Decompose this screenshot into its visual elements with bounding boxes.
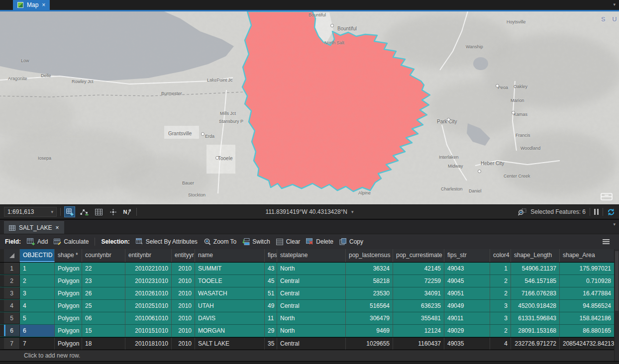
column-header-shape-length[interactable]: shape_Length: [511, 249, 560, 262]
cell-pop-lastcensus[interactable]: 306479: [346, 312, 393, 324]
cell-entitynbr[interactable]: 2010251010: [125, 300, 172, 312]
cell-shape-length[interactable]: 61331.596843: [511, 312, 560, 324]
cell-pop-currestimate[interactable]: 636235: [393, 300, 444, 312]
cell-pop-currestimate[interactable]: 12124: [393, 325, 444, 337]
switch-selection-button[interactable]: Switch: [242, 238, 270, 245]
column-header-countynbr[interactable]: countynbr: [82, 249, 125, 262]
chevron-down-icon[interactable]: ▾: [613, 222, 616, 227]
cell-shape[interactable]: Polygon: [55, 263, 82, 274]
cell-fips-str[interactable]: 49043: [444, 263, 490, 274]
cell-name[interactable]: WASATCH: [195, 287, 265, 299]
cell-color4[interactable]: 1: [490, 263, 511, 274]
cell-entityyr[interactable]: 2010: [172, 263, 195, 274]
row-number[interactable]: 3: [0, 287, 20, 299]
cell-shape[interactable]: Polygon: [55, 287, 82, 299]
cell-fips-str[interactable]: 49049: [444, 300, 490, 312]
table-scrollbar[interactable]: [614, 249, 619, 361]
row-number[interactable]: 1: [0, 263, 20, 274]
select-all-corner[interactable]: [0, 249, 20, 262]
cell-fips-str[interactable]: 49011: [444, 312, 490, 324]
cell-fips-str[interactable]: 49045: [444, 275, 490, 287]
cell-entitynbr[interactable]: 2010261010: [125, 287, 172, 299]
cell-entityyr[interactable]: 2010: [172, 325, 195, 337]
new-row-prompt[interactable]: Click to add new row.: [0, 350, 615, 361]
scrollbar-thumb[interactable]: [615, 251, 619, 311]
cell-pop-lastcensus[interactable]: 23530: [346, 287, 393, 299]
cell-shape[interactable]: Polygon: [55, 338, 82, 350]
column-header-entitynbr[interactable]: entitynbr: [125, 249, 172, 262]
attribute-table-icon[interactable]: [93, 206, 104, 217]
column-header-entityyr[interactable]: entityyr: [172, 249, 195, 262]
snapping-icon[interactable]: [107, 206, 118, 217]
cell-shape-length[interactable]: 232726.971272: [511, 338, 560, 350]
cell-pop-lastcensus[interactable]: 9469: [346, 325, 393, 337]
cell-stateplane[interactable]: North: [277, 263, 346, 274]
cell-entitynbr[interactable]: 2010181010: [125, 338, 172, 350]
row-number[interactable]: 5: [0, 312, 20, 324]
cell-objectid[interactable]: 4: [20, 300, 55, 312]
column-header-stateplane[interactable]: stateplane: [277, 249, 346, 262]
cell-pop-lastcensus[interactable]: 58218: [346, 275, 393, 287]
cell-stateplane[interactable]: Central: [277, 287, 346, 299]
column-header-objectid[interactable]: OBJECTID *: [20, 249, 55, 262]
cell-shape[interactable]: Polygon: [55, 312, 82, 324]
cell-countynbr[interactable]: 26: [82, 287, 125, 299]
close-icon[interactable]: ×: [55, 225, 59, 231]
drawer-icon[interactable]: [600, 191, 613, 201]
delete-selection-button[interactable]: Delete: [306, 238, 333, 245]
cell-shape[interactable]: Polygon: [55, 300, 82, 312]
cell-color4[interactable]: 3: [490, 300, 511, 312]
cell-shape[interactable]: Polygon: [55, 325, 82, 337]
row-number[interactable]: 4: [0, 300, 20, 312]
cell-name[interactable]: MORGAN: [195, 325, 265, 337]
cell-shape-area[interactable]: 16.477884: [560, 287, 615, 299]
chevron-down-icon[interactable]: ▾: [351, 209, 354, 214]
cell-fips[interactable]: 29: [265, 325, 277, 337]
cell-countynbr[interactable]: 23: [82, 275, 125, 287]
chevron-down-icon[interactable]: ▾: [613, 2, 616, 7]
cell-stateplane[interactable]: Central: [277, 275, 346, 287]
zoom-to-button[interactable]: Zoom To: [204, 238, 236, 245]
cell-objectid[interactable]: 2: [20, 275, 55, 287]
row-number[interactable]: 6: [0, 325, 20, 337]
cell-shape-area[interactable]: 158.842186: [560, 312, 615, 324]
cell-pop-currestimate[interactable]: 1160437: [393, 338, 444, 350]
cell-shape-length[interactable]: 54906.21137: [511, 263, 560, 274]
refresh-icon[interactable]: [607, 208, 615, 216]
map-view[interactable]: BountifulBountifulNorth SaltHoytsvilleWa…: [0, 11, 619, 204]
cell-countynbr[interactable]: 18: [82, 338, 125, 350]
menu-icon[interactable]: [602, 239, 610, 245]
cell-name[interactable]: SUMMIT: [195, 263, 265, 274]
cell-countynbr[interactable]: 25: [82, 300, 125, 312]
cell-fips[interactable]: 11: [265, 312, 277, 324]
cell-objectid[interactable]: 7: [20, 338, 55, 350]
cell-fips[interactable]: 35: [265, 338, 277, 350]
cell-shape-length[interactable]: 7166.076283: [511, 287, 560, 299]
cell-name[interactable]: TOOELE: [195, 275, 265, 287]
pause-drawing-icon[interactable]: [594, 209, 599, 215]
cell-entityyr[interactable]: 2010: [172, 338, 195, 350]
close-icon[interactable]: ×: [42, 2, 45, 8]
cell-color4[interactable]: 2: [490, 325, 511, 337]
cell-name[interactable]: SALT LAKE: [195, 338, 265, 350]
calculate-field-button[interactable]: Calculate: [54, 238, 89, 245]
column-header-fips-str[interactable]: fips_str: [444, 249, 490, 262]
cell-objectid[interactable]: 6: [20, 325, 55, 337]
cell-shape-area[interactable]: 0.710928: [560, 275, 615, 287]
cell-shape-area[interactable]: 2085424732.842131: [560, 338, 615, 350]
cell-entitynbr[interactable]: 2010151010: [125, 325, 172, 337]
column-header-fips[interactable]: fips: [265, 249, 277, 262]
row-number[interactable]: 7: [0, 338, 20, 350]
cell-shape[interactable]: Polygon: [55, 275, 82, 287]
cell-pop-lastcensus[interactable]: 1029655: [346, 338, 393, 350]
cell-entityyr[interactable]: 2010: [172, 312, 195, 324]
cell-entityyr[interactable]: 2010: [172, 300, 195, 312]
column-header-pop-lastcensus[interactable]: pop_lastcensus: [346, 249, 393, 262]
scale-combo[interactable]: 1:691,613 ▾: [4, 207, 57, 217]
cell-color4[interactable]: 4: [490, 338, 511, 350]
cell-color4[interactable]: 2: [490, 275, 511, 287]
edit-vertices-icon[interactable]: [79, 206, 90, 217]
cell-color4[interactable]: 2: [490, 287, 511, 299]
column-header-name[interactable]: name: [195, 249, 265, 262]
cell-shape-area[interactable]: 175.997021: [560, 263, 615, 274]
